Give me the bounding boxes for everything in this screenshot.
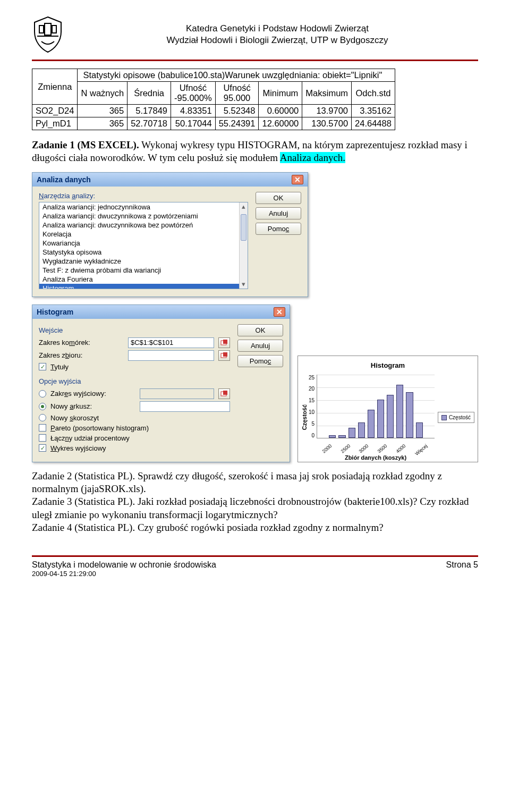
bins-input[interactable] <box>128 350 214 361</box>
chart-title: Histogram <box>301 361 474 369</box>
chart-output-checkbox[interactable]: ✓ <box>39 444 46 452</box>
ref-picker-icon[interactable] <box>218 350 230 361</box>
list-item[interactable]: Analiza wariancji: dwuczynnikowa z powtó… <box>39 212 248 221</box>
scroll-down-icon[interactable]: ▾ <box>240 280 248 289</box>
legend-swatch-icon <box>441 415 447 420</box>
bar <box>329 435 336 438</box>
task2-label: Zadanie 2 (Statistica PL). <box>32 470 135 481</box>
university-logo <box>32 16 64 53</box>
y-axis: 25 20 15 10 5 0 <box>309 375 317 438</box>
ok-button[interactable]: OK <box>256 192 301 204</box>
cancel-button[interactable]: Anuluj <box>256 207 301 219</box>
bar <box>368 410 375 437</box>
row-label: Pyl_mD1 <box>32 117 78 130</box>
list-item[interactable]: Statystyka opisowa <box>39 248 248 257</box>
chart-output-label: Wykres wyjściowy <box>50 444 106 452</box>
list-item[interactable]: Test F: z dwiema próbami dla wariancji <box>39 266 248 275</box>
th-conf-hi: Ufność95.000 <box>215 82 259 105</box>
dialog-title: Analiza danych <box>37 175 91 184</box>
scrollbar[interactable]: ▴ ▾ <box>239 202 248 289</box>
cumulative-checkbox[interactable] <box>39 434 46 442</box>
statistics-table: Zmienna Statystyki opisowe (babulice100.… <box>32 69 478 130</box>
output-range-radio[interactable] <box>39 390 46 397</box>
svg-rect-2 <box>45 23 51 35</box>
y-axis-label: Częstość <box>301 404 308 430</box>
row-label: SO2_D24 <box>32 105 78 117</box>
titles-label: Tytuły <box>50 363 69 371</box>
analiza-danych-dialog: Analiza danych ✕ Narzędzia analizy: Anal… <box>32 172 308 297</box>
table-title: Statystyki opisowe (babulice100.sta)Waru… <box>78 69 395 82</box>
new-workbook-radio[interactable] <box>39 414 46 421</box>
task1-label: Zadanie 1 (MS EXCEL). <box>32 139 139 150</box>
ref-picker-icon[interactable] <box>218 388 230 399</box>
output-group-label: Opcje wyjścia <box>39 377 230 385</box>
svg-rect-9 <box>223 391 227 395</box>
list-item[interactable]: Analiza Fouriera <box>39 275 248 284</box>
footer-title: Statystyka i modelowanie w ochronie środ… <box>32 560 216 570</box>
list-item[interactable]: Analiza wariancji: jednoczynnikowa <box>39 202 248 212</box>
close-icon[interactable]: ✕ <box>274 307 285 317</box>
cancel-button[interactable]: Anuluj <box>237 340 283 352</box>
pareto-label: Pareto (posortowany histogram) <box>50 424 149 432</box>
highlight-analiza-danych: Analiza danych. <box>280 152 345 163</box>
dialog-title: Histogram <box>37 308 73 316</box>
help-button[interactable]: Pomoc <box>237 355 283 367</box>
bar <box>416 422 423 438</box>
ok-button[interactable]: OK <box>237 324 283 336</box>
list-item[interactable]: Analiza wariancji: dwuczynnikowa bez pow… <box>39 221 248 230</box>
list-item-selected[interactable]: Histogram <box>39 284 248 289</box>
task3-label: Zadanie 3 (Statistica PL). <box>32 496 135 507</box>
bars-area <box>317 375 435 438</box>
page-number: Strona 5 <box>446 560 478 578</box>
histogram-dialog: Histogram ✕ Wejście Zakres komórek: $C$1… <box>32 304 290 462</box>
scroll-thumb[interactable] <box>241 214 246 241</box>
cells-input[interactable]: $C$1:$C$101 <box>128 337 214 348</box>
th-n: N ważnych <box>78 82 128 105</box>
page-footer: Statystyka i modelowanie w ochronie środ… <box>32 555 478 578</box>
histogram-chart: Histogram Częstość 25 20 15 10 5 0 <box>298 356 478 462</box>
list-item[interactable]: Wygładzanie wykładnicze <box>39 257 248 266</box>
bar <box>338 435 345 438</box>
close-icon[interactable]: ✕ <box>292 175 303 184</box>
chart-legend: Częstość <box>438 412 474 423</box>
task4-label: Zadanie 4 (Statistica PL). <box>32 522 135 533</box>
tools-listbox[interactable]: Analiza wariancji: jednoczynnikowa Anali… <box>39 202 248 289</box>
col-variable: Zmienna <box>32 69 78 105</box>
th-std: Odch.std <box>352 82 395 105</box>
new-sheet-label: Nowy arkusz: <box>50 402 135 410</box>
list-item[interactable]: Korelacja <box>39 230 248 239</box>
task1-text: Zadanie 1 (MS EXCEL). Wykonaj wykresy ty… <box>32 139 478 165</box>
table-row: Pyl_mD1 365 52.70718 50.17044 55.24391 1… <box>32 117 395 130</box>
list-item[interactable]: Kowariancja <box>39 239 248 248</box>
new-sheet-input[interactable] <box>140 401 230 412</box>
help-button[interactable]: Pomoc <box>256 223 301 235</box>
bar <box>387 395 394 438</box>
svg-rect-1 <box>52 26 56 33</box>
x-axis-labels: 2000 2500 3000 3500 4000 Więcej <box>317 438 435 445</box>
output-range-label: Zakres wyjściowy: <box>50 390 135 397</box>
ref-picker-icon[interactable] <box>218 337 230 348</box>
page-header: Katedra Genetyki i Podstaw Hodowli Zwier… <box>32 16 478 61</box>
bar <box>377 400 384 437</box>
table-row: SO2_D24 365 5.17849 4.83351 5.52348 0.60… <box>32 105 395 117</box>
titles-checkbox[interactable]: ✓ <box>39 363 46 370</box>
bar <box>396 385 403 438</box>
th-max: Maksimum <box>302 82 352 105</box>
new-workbook-label: Nowy skoroszyt <box>50 414 99 422</box>
cumulative-label: Łączny udział procentowy <box>50 434 130 442</box>
legend-label: Częstość <box>449 415 471 420</box>
pareto-checkbox[interactable] <box>39 424 46 432</box>
bar <box>348 428 355 438</box>
output-range-input[interactable] <box>140 388 214 399</box>
tools-label: Narzędzia analizy: <box>39 192 248 200</box>
svg-rect-7 <box>223 352 227 357</box>
bottom-tasks: Zadanie 2 (Statistica PL). Sprawdź czy d… <box>32 470 478 535</box>
svg-rect-0 <box>39 26 44 33</box>
new-sheet-radio[interactable] <box>39 403 46 410</box>
scroll-up-icon[interactable]: ▴ <box>240 202 248 211</box>
cells-label: Zakres komórek: <box>39 339 124 346</box>
footer-timestamp: 2009-04-15 21:29:00 <box>32 570 216 578</box>
header-line2: Wydział Hodowli i Biologii Zwierząt, UTP… <box>76 35 478 46</box>
th-mean: Średnia <box>128 82 171 105</box>
bar <box>358 422 365 438</box>
